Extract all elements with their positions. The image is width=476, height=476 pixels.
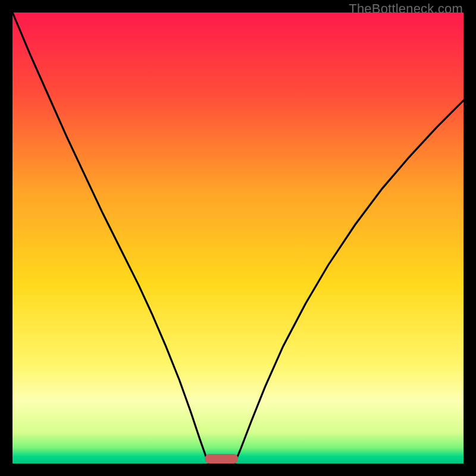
watermark-text: TheBottleneck.com xyxy=(349,1,463,17)
bottleneck-chart xyxy=(12,12,464,464)
plot-background xyxy=(12,12,464,464)
outer-frame: TheBottleneck.com xyxy=(0,0,476,476)
bottleneck-marker xyxy=(205,454,238,464)
